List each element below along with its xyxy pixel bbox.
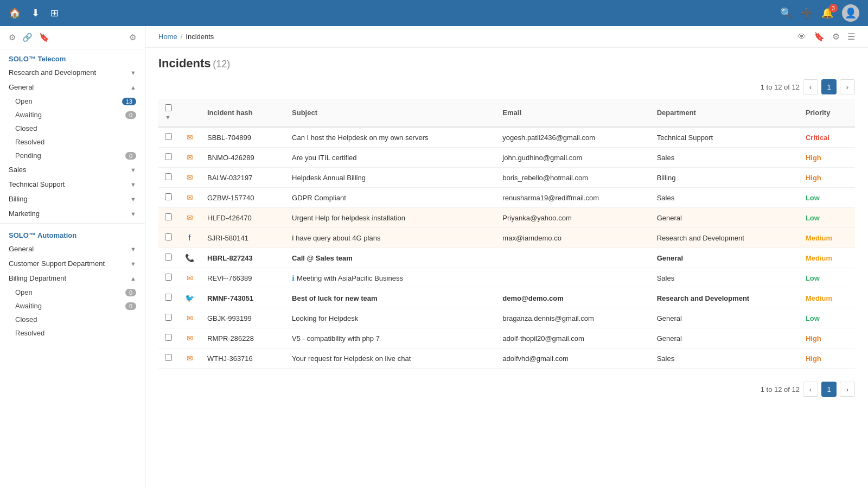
bottom-prev-page-btn[interactable]: ‹	[803, 382, 818, 397]
menu-icon[interactable]: ☰	[847, 31, 855, 42]
row-checkbox-4[interactable]	[165, 213, 172, 220]
row-hash[interactable]: RMPR-286228	[201, 328, 285, 348]
table-row[interactable]: 📞 HBRL-827243 Call @ Sales team General …	[158, 248, 855, 268]
sidebar-group-technical-support[interactable]: Technical Support ▼	[0, 177, 145, 192]
sidebar-item-open[interactable]: Open 13	[0, 94, 145, 108]
row-checkbox-6[interactable]	[165, 253, 172, 261]
sidebar-item-closed[interactable]: Closed	[0, 122, 145, 135]
row-subject[interactable]: GDPR Compliant	[285, 188, 496, 208]
sidebar-item-billing-resolved[interactable]: Resolved	[0, 326, 145, 340]
sidebar-group-research[interactable]: Research and Development ▼	[0, 65, 145, 80]
sidebar-group-sales[interactable]: Sales ▼	[0, 162, 145, 177]
chevron-billing-dept: ▲	[130, 275, 136, 282]
eye-icon[interactable]: 👁	[797, 32, 806, 42]
th-department[interactable]: Department	[650, 99, 799, 127]
row-subject[interactable]: Helpdesk Annual Billing	[285, 168, 496, 188]
row-subject[interactable]: Call @ Sales team	[285, 248, 496, 268]
row-checkbox-5[interactable]	[165, 233, 172, 240]
prev-page-btn[interactable]: ‹	[803, 79, 818, 94]
download-icon[interactable]: ⬇	[31, 7, 40, 19]
sidebar-group-billing-dept[interactable]: Billing Department ▲	[0, 271, 145, 286]
sidebar-item-billing-closed[interactable]: Closed	[0, 313, 145, 326]
row-checkbox-cell	[158, 348, 178, 369]
chevron-marketing: ▼	[130, 211, 136, 217]
row-checkbox-11[interactable]	[165, 354, 172, 361]
breadcrumb-home[interactable]: Home	[158, 33, 177, 41]
home-icon[interactable]: 🏠	[9, 7, 21, 19]
th-priority[interactable]: Priority	[799, 99, 855, 127]
main-content: Home / Incidents 👁 🔖 ⚙ ☰ Incidents (12) …	[145, 26, 868, 488]
sidebar-group-billing[interactable]: Billing ▼	[0, 192, 145, 206]
org-icon[interactable]: 🔗	[22, 33, 33, 42]
bookmark-icon[interactable]: 🔖	[39, 33, 49, 42]
table-row[interactable]: f SJRI-580141 I have query about 4G plan…	[158, 228, 855, 248]
row-hash[interactable]: REVF-766389	[201, 268, 285, 288]
table-row[interactable]: ✉ GBJK-993199 Looking for Helpdesk braga…	[158, 308, 855, 328]
table-row[interactable]: ✉ RMPR-286228 V5 - compatibility with ph…	[158, 328, 855, 348]
sidebar-item-resolved[interactable]: Resolved	[0, 135, 145, 149]
row-hash[interactable]: SJRI-580141	[201, 228, 285, 248]
grid-icon[interactable]: ⊞	[50, 7, 59, 19]
row-hash[interactable]: GZBW-157740	[201, 188, 285, 208]
next-page-btn[interactable]: ›	[840, 79, 855, 94]
row-checkbox-3[interactable]	[165, 193, 172, 200]
search-icon[interactable]: 🔍	[780, 7, 792, 19]
row-checkbox-0[interactable]	[165, 133, 172, 140]
avatar[interactable]: 👤	[842, 4, 859, 22]
sidebar-group-marketing[interactable]: Marketing ▼	[0, 206, 145, 221]
sidebar-group-general[interactable]: General ▲	[0, 80, 145, 94]
row-hash[interactable]: SBBL-704899	[201, 127, 285, 148]
bookmark-main-icon[interactable]: 🔖	[814, 31, 825, 42]
filter-icon[interactable]: ⚙	[9, 33, 16, 42]
th-hash[interactable]: Incident hash	[201, 99, 285, 127]
email-icon: ✉	[187, 274, 193, 282]
row-subject[interactable]: V5 - compatibility with php 7	[285, 328, 496, 348]
table-row[interactable]: ✉ HLFD-426470 Urgent Help for helpdesk i…	[158, 208, 855, 228]
sidebar-item-awaiting[interactable]: Awaiting 0	[0, 108, 145, 122]
th-email[interactable]: Email	[496, 99, 650, 127]
sidebar-item-pending[interactable]: Pending 0	[0, 149, 145, 162]
filter-main-icon[interactable]: ⚙	[832, 31, 840, 42]
th-subject[interactable]: Subject	[285, 99, 496, 127]
row-subject[interactable]: Best of luck for new team	[285, 288, 496, 308]
row-hash[interactable]: HLFD-426470	[201, 208, 285, 228]
row-subject[interactable]: Can I host the Helpdesk on my own server…	[285, 127, 496, 148]
bottom-next-page-btn[interactable]: ›	[840, 382, 855, 397]
row-hash[interactable]: RMNF-743051	[201, 288, 285, 308]
row-subject[interactable]: Are you ITIL certified	[285, 148, 496, 168]
table-row[interactable]: ✉ BNMO-426289 Are you ITIL certified joh…	[158, 148, 855, 168]
main-toolbar: 👁 🔖 ⚙ ☰	[797, 31, 855, 42]
row-checkbox-2[interactable]	[165, 173, 172, 180]
row-subject[interactable]: ℹMeeting with AsiaPacific Business	[285, 268, 496, 288]
page-1-btn[interactable]: 1	[821, 79, 837, 94]
row-hash[interactable]: GBJK-993199	[201, 308, 285, 328]
table-row[interactable]: ✉ WTHJ-363716 Your request for Helpdesk …	[158, 348, 855, 369]
row-subject[interactable]: Looking for Helpdesk	[285, 308, 496, 328]
row-checkbox-10[interactable]	[165, 334, 172, 341]
row-checkbox-1[interactable]	[165, 153, 172, 160]
table-row[interactable]: ✉ REVF-766389 ℹMeeting with AsiaPacific …	[158, 268, 855, 288]
sidebar-group-auto-general[interactable]: General ▼	[0, 242, 145, 256]
row-checkbox-8[interactable]	[165, 294, 172, 301]
sidebar-group-customer-support[interactable]: Customer Support Department ▼	[0, 256, 145, 271]
row-checkbox-9[interactable]	[165, 314, 172, 321]
row-subject[interactable]: Your request for Helpdesk on live chat	[285, 348, 496, 369]
row-checkbox-cell	[158, 208, 178, 228]
plus-icon[interactable]: ➕	[801, 7, 813, 19]
row-hash[interactable]: BALW-032197	[201, 168, 285, 188]
table-row[interactable]: ✉ BALW-032197 Helpdesk Annual Billing bo…	[158, 168, 855, 188]
sidebar-item-billing-open[interactable]: Open 0	[0, 286, 145, 299]
table-row[interactable]: ✉ GZBW-157740 GDPR Compliant renusharma1…	[158, 188, 855, 208]
row-hash[interactable]: WTHJ-363716	[201, 348, 285, 369]
row-hash[interactable]: BNMO-426289	[201, 148, 285, 168]
bottom-page-1-btn[interactable]: 1	[821, 382, 837, 397]
sidebar-item-billing-awaiting[interactable]: Awaiting 0	[0, 299, 145, 313]
row-hash[interactable]: HBRL-827243	[201, 248, 285, 268]
select-all-checkbox[interactable]	[165, 104, 172, 111]
row-subject[interactable]: Urgent Help for helpdesk installation	[285, 208, 496, 228]
settings-icon[interactable]: ⚙	[129, 33, 136, 42]
row-checkbox-7[interactable]	[165, 274, 172, 281]
row-subject[interactable]: I have query about 4G plans	[285, 228, 496, 248]
table-row[interactable]: ✉ SBBL-704899 Can I host the Helpdesk on…	[158, 127, 855, 148]
table-row[interactable]: 🐦 RMNF-743051 Best of luck for new team …	[158, 288, 855, 308]
